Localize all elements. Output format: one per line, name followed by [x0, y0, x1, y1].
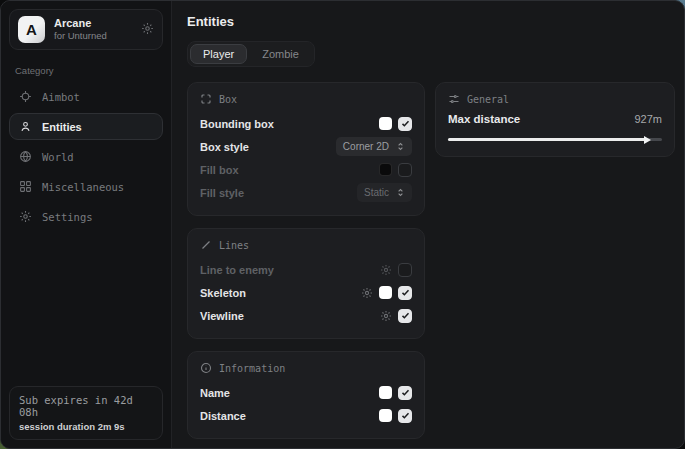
fill-style-dropdown[interactable]: Static [357, 183, 412, 202]
grid-icon [18, 180, 33, 193]
right-column: General Max distance 927m [435, 82, 675, 157]
setting-label: Bounding box [200, 118, 379, 130]
setting-label: Box style [200, 141, 336, 153]
chevrons-up-down-icon [396, 142, 405, 151]
checkbox[interactable] [398, 163, 412, 177]
brand-card[interactable]: A Arcane for Unturned [9, 9, 163, 50]
max-distance-slider-fill [448, 138, 646, 141]
game-background: A Arcane for Unturned Category Aimbot [0, 0, 685, 449]
sidebar-nav: Aimbot Entities World [9, 83, 163, 230]
checkbox[interactable] [398, 263, 412, 277]
row-settings-icon[interactable] [361, 287, 373, 299]
check-icon [401, 388, 410, 397]
setting-row: Line to enemy [200, 259, 412, 280]
setting-row: Box style Corner 2D [200, 136, 412, 157]
setting-label: Viewline [200, 310, 380, 322]
max-distance-row: Max distance 927m [448, 113, 662, 125]
subscription-info: Sub expires in 42d 08h session duration … [9, 386, 163, 440]
row-settings-icon[interactable] [380, 264, 392, 276]
sidebar-item-settings[interactable]: Settings [9, 203, 163, 230]
box-card: Box Bounding box Box [187, 82, 425, 216]
entity-tabs: Player Zombie [187, 41, 315, 67]
lines-card: Lines Line to enemy [187, 228, 425, 339]
sliders-icon [448, 93, 460, 105]
sidebar-item-label: Entities [42, 121, 82, 133]
sidebar-item-label: Settings [42, 211, 93, 223]
tab-zombie[interactable]: Zombie [249, 44, 312, 64]
color-swatch[interactable] [379, 163, 392, 176]
globe-icon [18, 150, 33, 163]
cheat-menu-window: A Arcane for Unturned Category Aimbot [0, 0, 685, 449]
entities-icon [18, 120, 33, 133]
session-duration-text: session duration 2m 9s [19, 421, 153, 432]
scan-box-icon [200, 93, 212, 105]
chevrons-up-down-icon [396, 188, 405, 197]
check-icon [401, 288, 410, 297]
setting-row: Fill box [200, 159, 412, 180]
lines-card-header: Lines [200, 239, 412, 251]
checkbox[interactable] [398, 409, 412, 423]
information-card: Information Name Dis [187, 351, 425, 439]
setting-row: Distance [200, 405, 412, 426]
brand-subtitle: for Unturned [54, 30, 107, 42]
row-settings-icon[interactable] [380, 310, 392, 322]
sidebar-item-aimbot[interactable]: Aimbot [9, 83, 163, 110]
color-swatch[interactable] [379, 386, 392, 399]
brand-text: Arcane for Unturned [54, 17, 107, 43]
setting-row: Fill style Static [200, 182, 412, 203]
crosshair-icon [18, 90, 33, 103]
sidebar-item-label: Aimbot [42, 91, 80, 103]
main-content: Entities Player Zombie Box Bounding box [172, 1, 685, 448]
setting-label: Fill style [200, 187, 357, 199]
content-grid: Box Bounding box Box [187, 82, 675, 439]
sidebar-item-entities[interactable]: Entities [9, 113, 163, 140]
brand-settings-icon[interactable] [141, 22, 154, 38]
setting-row: Viewline [200, 305, 412, 326]
tab-player[interactable]: Player [190, 44, 247, 64]
info-icon [200, 362, 212, 374]
setting-label: Line to enemy [200, 264, 380, 276]
line-icon [200, 239, 212, 251]
max-distance-label: Max distance [448, 113, 634, 125]
checkbox[interactable] [398, 117, 412, 131]
box-style-dropdown[interactable]: Corner 2D [336, 137, 412, 156]
setting-row: Name [200, 382, 412, 403]
general-card-header: General [448, 93, 662, 105]
setting-row: Bounding box [200, 113, 412, 134]
setting-label: Skeleton [200, 287, 361, 299]
check-icon [401, 411, 410, 420]
box-card-header: Box [200, 93, 412, 105]
checkbox[interactable] [398, 286, 412, 300]
setting-row: Skeleton [200, 282, 412, 303]
max-distance-slider[interactable] [448, 135, 662, 144]
setting-label: Fill box [200, 164, 379, 176]
check-icon [401, 311, 410, 320]
sidebar-item-label: Miscellaneous [42, 181, 124, 193]
check-icon [401, 119, 410, 128]
general-card: General Max distance 927m [435, 82, 675, 157]
page-title: Entities [187, 14, 675, 29]
sidebar-item-world[interactable]: World [9, 143, 163, 170]
category-label: Category [15, 65, 157, 76]
color-swatch[interactable] [379, 117, 392, 130]
color-swatch[interactable] [379, 409, 392, 422]
gear-icon [18, 210, 33, 223]
information-card-header: Information [200, 362, 412, 374]
color-swatch[interactable] [379, 286, 392, 299]
max-distance-value: 927m [634, 113, 662, 125]
app-logo: A [18, 16, 45, 43]
slider-thumb[interactable] [644, 136, 651, 144]
checkbox[interactable] [398, 309, 412, 323]
brand-name: Arcane [54, 17, 107, 31]
setting-label: Name [200, 387, 379, 399]
sidebar: A Arcane for Unturned Category Aimbot [1, 1, 172, 448]
sub-expiry-text: Sub expires in 42d 08h [19, 394, 153, 418]
checkbox[interactable] [398, 386, 412, 400]
sidebar-item-label: World [42, 151, 74, 163]
sidebar-item-miscellaneous[interactable]: Miscellaneous [9, 173, 163, 200]
setting-label: Distance [200, 410, 379, 422]
left-column: Box Bounding box Box [187, 82, 425, 439]
